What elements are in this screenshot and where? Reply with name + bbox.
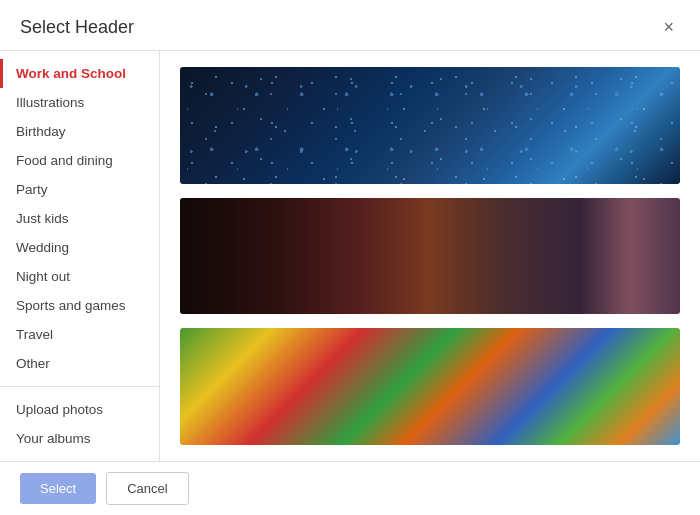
select-header-dialog: Select Header × Work and SchoolIllustrat… xyxy=(0,0,700,515)
sidebar-divider xyxy=(0,386,159,387)
dialog-title: Select Header xyxy=(20,17,134,38)
sidebar-item-just-kids[interactable]: Just kids xyxy=(0,204,159,233)
header-image-1[interactable] xyxy=(180,67,680,184)
sidebar-item-night-out[interactable]: Night out xyxy=(0,262,159,291)
sidebar-item-illustrations[interactable]: Illustrations xyxy=(0,88,159,117)
cancel-button[interactable]: Cancel xyxy=(106,472,188,505)
header-image-2[interactable] xyxy=(180,198,680,315)
sidebar-item-other[interactable]: Other xyxy=(0,349,159,378)
dialog-body: Work and SchoolIllustrationsBirthdayFood… xyxy=(0,51,700,461)
content-area xyxy=(160,51,700,461)
header-image-3[interactable] xyxy=(180,328,680,445)
sidebar-item-work-and-school[interactable]: Work and School xyxy=(0,59,159,88)
sidebar-item-your-albums[interactable]: Your albums xyxy=(0,424,159,453)
sidebar: Work and SchoolIllustrationsBirthdayFood… xyxy=(0,51,160,461)
dialog-header: Select Header × xyxy=(0,0,700,51)
sidebar-item-party[interactable]: Party xyxy=(0,175,159,204)
sidebar-item-birthday[interactable]: Birthday xyxy=(0,117,159,146)
dialog-footer: Select Cancel xyxy=(0,461,700,515)
sidebar-item-travel[interactable]: Travel xyxy=(0,320,159,349)
sidebar-item-upload-photos[interactable]: Upload photos xyxy=(0,395,159,424)
sidebar-item-wedding[interactable]: Wedding xyxy=(0,233,159,262)
sidebar-item-food-and-dining[interactable]: Food and dining xyxy=(0,146,159,175)
sidebar-item-sports-and-games[interactable]: Sports and games xyxy=(0,291,159,320)
select-button[interactable]: Select xyxy=(20,473,96,504)
close-button[interactable]: × xyxy=(657,16,680,38)
